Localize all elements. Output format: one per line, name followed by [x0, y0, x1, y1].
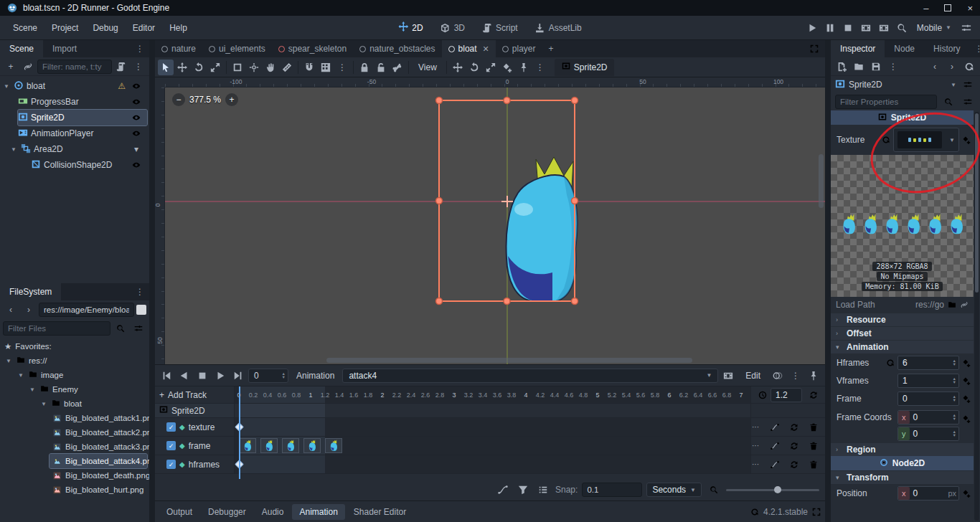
go-to-end-button[interactable]	[230, 368, 246, 384]
go-to-start-button[interactable]	[159, 368, 174, 384]
zoom-level[interactable]: 377.5 %	[189, 95, 221, 105]
maximize-button[interactable]	[944, 4, 951, 11]
play-animation-button[interactable]	[212, 368, 228, 384]
track-hframes[interactable]: ✓ ◆ hframes ···	[155, 455, 825, 474]
vertical-scrollbar[interactable]	[819, 154, 824, 208]
inspector-scrollbar[interactable]	[974, 112, 979, 521]
insert-rotation-key-icon[interactable]	[466, 60, 482, 75]
ruler-tool-icon[interactable]	[279, 60, 295, 75]
frame-coords-x-input[interactable]: x 0 ▲▼	[897, 410, 959, 424]
file-item[interactable]: Big_bloated_attack2.png	[2, 425, 147, 440]
add-keyframe-icon[interactable]	[962, 376, 971, 385]
collapse-icon[interactable]: ▼	[2, 83, 11, 90]
menu-item[interactable]: Scene	[6, 19, 44, 37]
warning-icon[interactable]: ⚠	[118, 81, 126, 91]
play-custom-scene-button[interactable]	[876, 20, 892, 36]
viewport[interactable]: -100 -50 0 50 100 0 50	[155, 77, 825, 364]
add-keyframe-icon[interactable]	[962, 394, 971, 403]
add-keyframe-icon[interactable]	[962, 489, 971, 498]
animation-label[interactable]: Animation	[291, 371, 340, 381]
group-tracks-icon[interactable]	[535, 482, 551, 498]
pan-tool-icon[interactable]	[263, 60, 278, 75]
auto-key-icon[interactable]	[516, 60, 532, 75]
current-path-input[interactable]	[39, 303, 134, 317]
interpolation-icon[interactable]	[767, 419, 783, 435]
loop-wrap-icon[interactable]	[786, 419, 802, 435]
animation-tools-icon[interactable]	[720, 368, 736, 384]
canvas[interactable]: − 377.5 % +	[165, 87, 825, 364]
tab-inspector[interactable]: Inspector	[831, 40, 885, 57]
menu-item[interactable]: Help	[162, 19, 194, 37]
collapse-icon[interactable]: ▼	[4, 358, 13, 364]
more-options-icon[interactable]: ⋮	[788, 368, 804, 384]
section-region[interactable]: ›Region	[831, 442, 974, 456]
snap-options-icon[interactable]: ⋮	[334, 60, 350, 75]
visibility-eye-icon[interactable]	[128, 78, 144, 94]
scene-tab-nature[interactable]: nature	[155, 40, 202, 57]
folder-icon[interactable]	[948, 300, 956, 309]
chevron-down-icon[interactable]: ▾	[128, 141, 144, 157]
file-item[interactable]: Big_bloated_death.png	[2, 468, 147, 483]
keyframe-thumbnail[interactable]	[303, 438, 321, 453]
move-tool-button[interactable]	[174, 60, 190, 75]
interpolation-icon[interactable]	[767, 438, 783, 454]
stop-animation-button[interactable]	[194, 368, 210, 384]
menu-item[interactable]: Editor	[126, 19, 162, 37]
visibility-eye-icon[interactable]	[128, 157, 144, 173]
track-enabled-checkbox[interactable]: ✓	[166, 422, 176, 432]
tree-node-collisionshape2d[interactable]: CollisionShape2D	[2, 157, 147, 173]
minimize-button[interactable]: –	[923, 3, 928, 14]
pause-button[interactable]	[822, 20, 838, 36]
select-tool-button[interactable]	[158, 60, 174, 75]
zoom-out-button[interactable]: −	[172, 93, 185, 106]
track-texture[interactable]: ✓ ◆ texture ···	[155, 418, 825, 437]
loop-wrap-icon[interactable]	[786, 457, 802, 473]
file-item-selected[interactable]: Big_bloated_attack4.png	[50, 454, 147, 468]
lock-selected-icon[interactable]	[357, 60, 372, 75]
play-button[interactable]	[804, 20, 820, 36]
close-button[interactable]: ×	[967, 3, 973, 14]
delete-track-icon[interactable]	[806, 419, 821, 435]
play-scene-button[interactable]	[858, 20, 874, 36]
revert-icon[interactable]	[886, 359, 895, 367]
tab-scene[interactable]: Scene	[0, 40, 43, 57]
unlock-selected-icon[interactable]	[373, 60, 389, 75]
folder-bloat[interactable]: ▼bloat	[2, 397, 147, 411]
scene-tab-nature-obstacles[interactable]: nature_obstacles	[353, 40, 441, 57]
tree-node-area2d[interactable]: ▼ Area2D ▾	[2, 141, 147, 157]
workspace-3d[interactable]: 3D	[435, 21, 471, 35]
scrollbar-thumb[interactable]	[975, 113, 979, 293]
close-tab-icon[interactable]: ✕	[483, 44, 489, 54]
keyframe-thumbnail[interactable]	[239, 438, 256, 453]
scene-tab-spear-skeleton[interactable]: spear_skeleton	[272, 40, 353, 57]
track-enabled-checkbox[interactable]: ✓	[166, 460, 176, 469]
inspector-scroll[interactable]: Sprite2D Texture ▼	[831, 110, 980, 522]
update-icon[interactable]	[750, 508, 759, 516]
tree-node-progressbar[interactable]: ProgressBar	[2, 94, 147, 110]
zoom-in-button[interactable]: +	[225, 93, 238, 106]
track-keys-area[interactable]	[235, 418, 750, 436]
object-history-icon[interactable]	[961, 59, 977, 75]
movie-maker-button[interactable]	[894, 20, 910, 36]
vframes-input[interactable]: 1 ▲▼	[897, 374, 959, 388]
delete-track-icon[interactable]	[806, 438, 821, 454]
horizontal-scrollbar[interactable]	[326, 358, 692, 363]
smart-snap-icon[interactable]	[301, 60, 317, 75]
workspace-2d[interactable]: 2D	[392, 19, 428, 36]
slider-thumb[interactable]	[774, 486, 781, 493]
edited-object-row[interactable]: Sprite2D ▼	[831, 76, 980, 93]
tab-node[interactable]: Node	[885, 40, 924, 57]
resource-menu-icon[interactable]: ⋮	[885, 59, 901, 75]
history-back-icon[interactable]: ‹	[927, 59, 943, 75]
panel-animation[interactable]: Animation	[292, 504, 344, 520]
folder-image[interactable]: ▼image	[2, 368, 147, 382]
tab-history[interactable]: History	[924, 40, 969, 57]
history-forward-icon[interactable]: ›	[944, 59, 960, 75]
section-offset[interactable]: ›Offset	[831, 326, 974, 340]
dock-menu-icon[interactable]: ⋮	[131, 40, 149, 57]
view-menu-button[interactable]: View	[412, 62, 443, 72]
loop-icon[interactable]	[806, 387, 821, 403]
panel-output[interactable]: Output	[159, 504, 199, 520]
menu-item[interactable]: Debug	[85, 19, 125, 37]
panel-audio[interactable]: Audio	[255, 504, 291, 520]
